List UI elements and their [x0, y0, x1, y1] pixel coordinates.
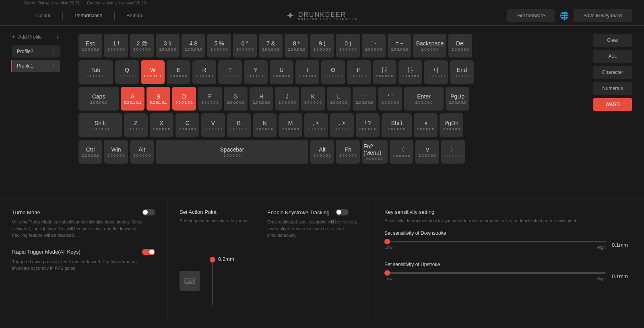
- save-button[interactable]: Save to Keyboard: [574, 9, 632, 22]
- key-[interactable]: / ?2.0 0.0 0.0: [356, 113, 380, 137]
- key-h[interactable]: H2.0 0.0 0.0: [250, 87, 273, 111]
- turbo-mode-toggle[interactable]: [142, 209, 155, 215]
- key-enter[interactable]: Enter2.0 0.0 0.0: [404, 87, 444, 111]
- key-[interactable]: ∧2.0 0.0 0.0: [414, 113, 438, 137]
- tab-remap[interactable]: Remap: [114, 10, 154, 22]
- key-r[interactable]: R2.0 0.0 0.0: [192, 60, 216, 84]
- key-[interactable]: = +2.0 0.0 0.0: [388, 34, 411, 57]
- key-spacebar[interactable]: Spacebar2.0 0.0 0.0: [156, 140, 308, 164]
- key-[interactable]: ] }2.0 0.0 0.0: [398, 60, 422, 84]
- key-q[interactable]: Q2.0 0.0 0.0: [115, 60, 139, 84]
- key-[interactable]: ` -2.0 0.0 0.0: [362, 34, 386, 57]
- filter-all-button[interactable]: ALL: [593, 50, 632, 63]
- key-e[interactable]: E2.0 0.0 0.0: [167, 60, 190, 84]
- key-label: 4 $: [190, 40, 197, 47]
- key-d[interactable]: D0.2 0.1 0.1: [172, 87, 196, 111]
- key-p[interactable]: P2.0 0.0 0.0: [347, 60, 371, 84]
- key-end[interactable]: End2.0 0.0 0.0: [450, 60, 474, 84]
- driver-version: Current web driver version:V0.20: [87, 1, 146, 5]
- rapid-trigger-toggle[interactable]: [142, 249, 155, 255]
- key-values: 2.0 0.0 0.0: [356, 100, 373, 105]
- key-l[interactable]: L2.0 0.0 0.0: [327, 87, 351, 111]
- key-i[interactable]: I2.0 0.0 0.0: [295, 60, 319, 84]
- key-f[interactable]: F2.0 0.0 0.0: [198, 87, 222, 111]
- key-y[interactable]: Y2.0 0.0 0.0: [244, 60, 268, 84]
- filter-numerals-button[interactable]: Numerals: [593, 82, 632, 95]
- key-alt[interactable]: Alt2.0 0.0 0.0: [130, 140, 154, 164]
- key-label: 〉: [450, 146, 456, 153]
- key-fn2menu[interactable]: Fn2 (Menu)2.0 0.0 0.0: [362, 140, 388, 164]
- key-backspace[interactable]: Backspace2.0 0.0 0.0: [413, 34, 446, 57]
- key-label: Spacebar: [220, 146, 244, 153]
- download-icon[interactable]: ⭳: [56, 34, 60, 40]
- key-[interactable]: \ |2.0 0.0 0.0: [424, 60, 448, 84]
- key-j[interactable]: J2.0 0.0 0.0: [275, 87, 299, 111]
- key-4[interactable]: 4 $2.0 0.0 0.0: [182, 34, 205, 57]
- key-values: 2.0 0.0 0.0: [449, 100, 466, 105]
- key-[interactable]: ∨2.0 0.0 0.0: [415, 140, 439, 164]
- key-5[interactable]: 5 %2.0 0.0 0.0: [207, 34, 231, 57]
- key-alt[interactable]: Alt2.0 0.0 0.0: [310, 140, 334, 164]
- profile-item[interactable]: Profile2 ⋮: [12, 45, 60, 57]
- key-a[interactable]: A0.2 0.1 0.1: [121, 87, 144, 111]
- profile-item[interactable]: Profile1 ⋮: [12, 60, 60, 72]
- key-values: 2.0 0.0 0.0: [273, 74, 290, 78]
- key-2[interactable]: 2 @2.0 0.0 0.0: [130, 34, 154, 57]
- key-1[interactable]: 1 !2.0 0.0 0.0: [104, 34, 128, 57]
- key-[interactable]: . >2.0 0.0 0.0: [330, 113, 354, 137]
- key-caps[interactable]: Caps2.0 0.0 0.0: [78, 87, 119, 111]
- get-firmware-button[interactable]: Get firmware: [507, 9, 555, 22]
- key-label: 8 *: [293, 40, 300, 47]
- filter-character-button[interactable]: Character: [593, 66, 632, 79]
- key-[interactable]: 〈2.0 0.0 0.0: [390, 140, 413, 164]
- key-win[interactable]: Win2.0 0.0 0.0: [104, 140, 128, 164]
- key-esc[interactable]: Esc2.0 0.0 0.0: [78, 34, 102, 57]
- key-n[interactable]: N2.0 0.0 0.0: [253, 113, 277, 137]
- key-[interactable]: 〉2.0 0.0 0.0: [441, 140, 465, 164]
- key-3[interactable]: 3 #2.0 0.0 0.0: [156, 34, 180, 57]
- key-[interactable]: ' "2.0 0.0 0.0: [378, 87, 402, 111]
- key-[interactable]: ; :2.0 0.0 0.0: [353, 87, 376, 111]
- translate-icon[interactable]: 🌐: [560, 11, 569, 20]
- key-x[interactable]: X2.0 0.0 0.0: [150, 113, 173, 137]
- downstroke-slider[interactable]: LowHigh: [384, 241, 606, 250]
- key-s[interactable]: S0.2 0.1 0.1: [147, 87, 170, 111]
- key-pgdn[interactable]: PgDn2.0 0.0 0.0: [440, 113, 463, 137]
- add-profile-button[interactable]: + Add Profile ⭳: [12, 32, 60, 42]
- key-fn[interactable]: Fn2.0 0.0 0.0: [336, 140, 360, 164]
- key-z[interactable]: Z2.0 0.0 0.0: [124, 113, 148, 137]
- key-u[interactable]: U2.0 0.0 0.0: [270, 60, 293, 84]
- menu-dots-icon[interactable]: ⋮: [51, 63, 56, 69]
- tracking-toggle[interactable]: [336, 209, 349, 215]
- key-pgup[interactable]: PgUp2.0 0.0 0.0: [446, 87, 469, 111]
- filter-wasd-button[interactable]: WASD: [593, 98, 632, 111]
- key-shift[interactable]: Shift2.0 0.0 0.0: [382, 113, 412, 137]
- key-tab[interactable]: Tab2.0 0.0 0.0: [78, 60, 113, 84]
- key-k[interactable]: K2.0 0.0 0.0: [301, 87, 325, 111]
- key-9[interactable]: 9 (2.0 0.0 0.0: [310, 34, 334, 57]
- key-0[interactable]: 0 )2.0 0.0 0.0: [336, 34, 360, 57]
- key-c[interactable]: C2.0 0.0 0.0: [175, 113, 199, 137]
- tab-colour[interactable]: Colour: [24, 10, 62, 22]
- menu-dots-icon[interactable]: ⋮: [51, 49, 56, 54]
- key-[interactable]: , <2.0 0.0 0.0: [304, 113, 328, 137]
- key-v[interactable]: V2.0 0.0 0.0: [201, 113, 225, 137]
- upstroke-slider[interactable]: LowHigh: [384, 272, 606, 281]
- key-6[interactable]: 6 ^2.0 0.0 0.0: [233, 34, 257, 57]
- key-8[interactable]: 8 *2.0 0.0 0.0: [285, 34, 308, 57]
- key-ctrl[interactable]: Ctrl2.0 0.0 0.0: [78, 140, 102, 164]
- key-m[interactable]: M2.0 0.0 0.0: [279, 113, 302, 137]
- key-g[interactable]: G2.0 0.0 0.0: [224, 87, 248, 111]
- key-w[interactable]: W0.2 0.1 0.1: [141, 60, 165, 84]
- key-shift[interactable]: Shift2.0 0.0 0.0: [78, 113, 122, 137]
- key-del[interactable]: Del2.0 0.0 0.0: [448, 34, 472, 57]
- key-b[interactable]: B2.0 0.0 0.0: [227, 113, 251, 137]
- key-[interactable]: [ {2.0 0.0 0.0: [373, 60, 396, 84]
- clear-button[interactable]: Clear: [593, 34, 632, 47]
- action-point-slider[interactable]: 0.2mm: [212, 257, 234, 305]
- key-t[interactable]: T2.0 0.0 0.0: [218, 60, 242, 84]
- key-values: 2.0 0.0 0.0: [388, 127, 405, 131]
- tab-performance[interactable]: Performance: [62, 10, 114, 22]
- key-o[interactable]: O2.0 0.0 0.0: [321, 60, 345, 84]
- key-7[interactable]: 7 &2.0 0.0 0.0: [259, 34, 283, 57]
